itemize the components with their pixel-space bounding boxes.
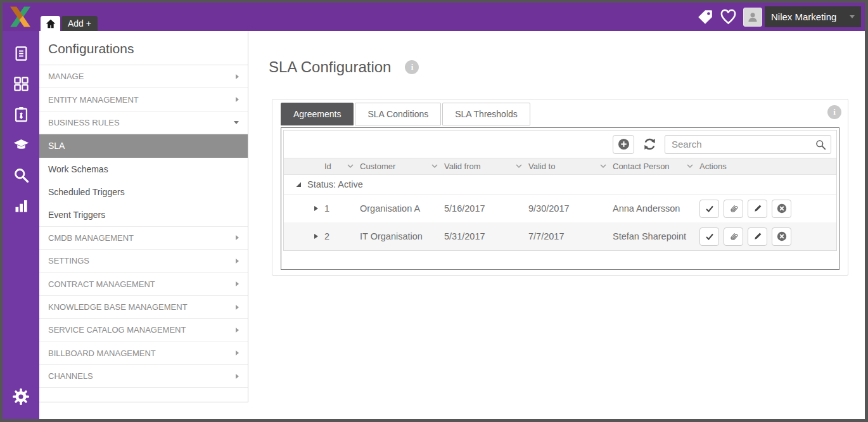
menu-item-event-triggers[interactable]: Event Triggers	[39, 203, 248, 226]
menu-item-service-catalog-management[interactable]: SERVICE CATALOG MANAGEMENT	[39, 319, 248, 342]
chevron-right-icon	[236, 328, 239, 333]
pencil-icon	[753, 204, 762, 213]
attach-button[interactable]	[724, 227, 743, 246]
settings-gear-icon[interactable]	[11, 387, 30, 406]
check-icon	[705, 205, 714, 213]
menu-item-work-schemas[interactable]: Work Schemas	[39, 158, 248, 181]
menu-item-billboard-management[interactable]: BILLBOARD MANAGEMENT	[39, 342, 248, 365]
menu-item-label: CONTRACT MANAGEMENT	[48, 279, 155, 289]
menu-item-sla[interactable]: SLA	[39, 134, 248, 157]
refresh-button[interactable]	[642, 137, 657, 152]
chevron-down-icon[interactable]	[687, 164, 693, 169]
cell-actions	[699, 200, 836, 218]
menu-item-label: Work Schemas	[48, 164, 108, 174]
grid-toolbar	[284, 131, 836, 158]
chevron-down-icon[interactable]	[347, 164, 354, 169]
cell-contact-person: Anna Andersson	[613, 203, 699, 214]
notes-icon[interactable]	[13, 45, 30, 62]
add-button[interactable]	[613, 135, 634, 154]
user-menu[interactable]: Nilex Marketing	[765, 6, 861, 27]
caret-down-icon	[850, 15, 855, 18]
agreements-tab-content: Id Customer Valid from	[281, 127, 839, 270]
search-icon[interactable]	[13, 167, 30, 184]
column-header-actions: Actions	[699, 162, 836, 171]
menu-item-label: BUSINESS RULES	[48, 118, 120, 127]
search-icon[interactable]	[815, 139, 826, 150]
column-header-valid-to[interactable]: Valid to	[528, 162, 613, 171]
delete-button[interactable]	[772, 200, 791, 218]
grid-header: Id Customer Valid from	[284, 158, 836, 175]
user-icon	[746, 11, 759, 23]
cell-valid-to: 9/30/2017	[528, 203, 613, 214]
heart-icon[interactable]	[720, 9, 737, 25]
menu-item-entity-management[interactable]: ENTITY MANAGEMENT	[39, 88, 248, 111]
approve-button[interactable]	[699, 200, 719, 218]
search-box	[665, 135, 831, 154]
tab-sla-conditions[interactable]: SLA Conditions	[355, 103, 441, 125]
table-row[interactable]: 2 IT Organisation 5/31/2017 7/7/2017 Ste…	[284, 222, 836, 250]
menu-item-settings[interactable]: SETTINGS	[39, 250, 248, 272]
column-label: Valid to	[528, 162, 555, 171]
plus-circle-icon	[618, 138, 630, 150]
chevron-right-icon	[236, 305, 239, 310]
approve-button[interactable]	[699, 227, 719, 246]
column-header-customer[interactable]: Customer	[360, 162, 444, 171]
chevron-down-icon[interactable]	[516, 164, 522, 169]
tab-sla-thresholds[interactable]: SLA Thresholds	[442, 103, 530, 125]
home-tab[interactable]	[41, 16, 60, 31]
tab-agreements[interactable]: Agreements	[281, 103, 354, 125]
group-label: Status: Active	[307, 179, 363, 189]
column-label: Customer	[360, 162, 395, 171]
table-row[interactable]: 1 Organisation A 5/16/2017 9/30/2017 Ann…	[284, 195, 836, 222]
refresh-icon	[643, 137, 656, 151]
x-circle-icon	[777, 203, 787, 214]
chevron-down-icon[interactable]	[431, 164, 438, 169]
menu-item-scheduled-triggers[interactable]: Scheduled Triggers	[39, 181, 248, 203]
chevron-right-icon	[236, 97, 239, 102]
menu-item-cmdb-management[interactable]: CMDB MANAGEMENT	[39, 227, 248, 250]
column-header-valid-from[interactable]: Valid from	[444, 162, 528, 171]
column-header-contact-person[interactable]: Contact Person	[613, 162, 699, 171]
collapse-group-icon[interactable]	[295, 181, 302, 188]
search-input[interactable]	[665, 135, 831, 154]
education-icon[interactable]	[13, 136, 30, 153]
agreements-grid: Id Customer Valid from	[283, 130, 837, 251]
group-row-status-active: Status: Active	[284, 175, 836, 195]
expand-row-icon[interactable]	[314, 206, 318, 211]
menu-item-manage[interactable]: MANAGE	[39, 65, 248, 88]
cell-actions	[699, 227, 836, 246]
tab-label: SLA Conditions	[367, 109, 428, 119]
attach-button[interactable]	[724, 200, 743, 218]
info-icon[interactable]: i	[405, 60, 419, 74]
chevron-down-icon[interactable]	[600, 164, 606, 169]
icon-rail	[3, 31, 39, 419]
x-circle-icon	[777, 231, 787, 241]
tasks-icon[interactable]	[13, 106, 30, 123]
expand-row-icon[interactable]	[314, 234, 318, 239]
menu-item-label: Scheduled Triggers	[48, 187, 125, 197]
menu-item-business-rules[interactable]: BUSINESS RULES	[39, 112, 248, 134]
modules-icon[interactable]	[13, 75, 30, 93]
menu-item-label: SLA	[48, 141, 65, 151]
cell-valid-from: 5/16/2017	[444, 203, 528, 214]
cell-valid-to: 7/7/2017	[528, 231, 613, 241]
edit-button[interactable]	[748, 200, 767, 218]
menu-item-channels[interactable]: CHANNELS	[39, 365, 248, 388]
add-tab[interactable]: Add +	[61, 16, 98, 31]
chevron-down-icon	[234, 121, 239, 124]
configurations-panel: Configurations MANAGE ENTITY MANAGEMENT …	[39, 31, 248, 402]
edit-button[interactable]	[748, 227, 767, 246]
tag-icon[interactable]	[697, 9, 713, 25]
menu-item-contract-management[interactable]: CONTRACT MANAGEMENT	[39, 273, 248, 296]
chevron-right-icon	[236, 74, 239, 79]
column-header-id[interactable]: Id	[324, 162, 360, 171]
info-icon[interactable]: i	[827, 105, 841, 119]
cell-customer: IT Organisation	[360, 231, 444, 241]
delete-button[interactable]	[772, 227, 791, 246]
check-icon	[705, 233, 714, 241]
menu-item-knowledge-base-management[interactable]: KNOWLEDGE BASE MANAGEMENT	[39, 296, 248, 319]
statistics-icon[interactable]	[13, 197, 30, 214]
avatar[interactable]	[743, 8, 762, 27]
tab-strip: Agreements SLA Conditions SLA Thresholds	[281, 103, 530, 125]
column-label: Actions	[699, 162, 727, 171]
